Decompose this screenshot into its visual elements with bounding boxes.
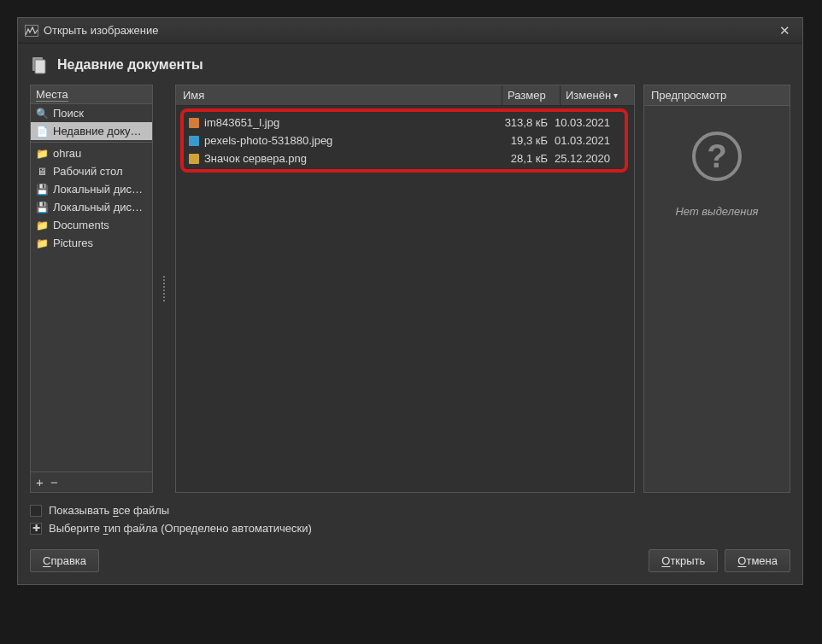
sidebar-item-label: Недавние доку… xyxy=(53,125,142,138)
file-row[interactable]: Значок сервера.png28,1 кБ25.12.2020 xyxy=(184,149,625,167)
svg-rect-4 xyxy=(189,136,199,146)
no-preview-icon: ? xyxy=(692,132,742,181)
dialog-title: Открыть изображение xyxy=(44,24,158,37)
sidebar-item-label: Рабочий стол xyxy=(53,165,123,178)
drive-icon: 💾 xyxy=(36,202,48,214)
sidebar-item-2[interactable]: 📁ohrau xyxy=(31,144,152,162)
close-icon[interactable]: ✕ xyxy=(774,21,796,40)
places-header[interactable]: Места xyxy=(31,85,152,104)
sidebar-item-4[interactable]: 💾Локальный дис… xyxy=(31,180,152,198)
sidebar-item-label: Documents xyxy=(53,219,109,231)
sidebar-item-5[interactable]: 💾Локальный дис… xyxy=(31,198,152,216)
file-row[interactable]: im843651_l.jpg313,8 кБ10.03.2021 xyxy=(184,114,625,132)
sidebar-item-label: Локальный дис… xyxy=(53,183,143,196)
file-name: pexels-photo-531880.jpeg xyxy=(204,134,495,147)
file-name: Значок сервера.png xyxy=(204,152,495,165)
sidebar-item-label: Поиск xyxy=(53,107,84,120)
recent-documents-icon xyxy=(30,56,49,74)
filetype-label[interactable]: Выберите тип файла (Определено автоматич… xyxy=(49,522,312,535)
no-selection-label: Нет выделения xyxy=(675,205,758,218)
cancel-button[interactable]: Отмена xyxy=(725,549,790,572)
file-size: 313,8 кБ xyxy=(495,116,553,129)
sidebar-item-label: Pictures xyxy=(53,237,93,249)
image-file-icon xyxy=(187,117,201,129)
open-button[interactable]: Открыть xyxy=(649,549,718,572)
show-all-files-label[interactable]: Показывать все файлы xyxy=(49,504,169,517)
file-list-panel: Имя Размер Изменён ▾ im843651_l.jpg313,8… xyxy=(175,85,635,493)
remove-place-button[interactable]: − xyxy=(50,475,58,489)
show-all-files-checkbox[interactable] xyxy=(30,505,42,517)
image-file-icon xyxy=(187,153,201,165)
file-name: im843651_l.jpg xyxy=(204,116,495,129)
places-footer: + − xyxy=(31,471,152,492)
preview-header: Предпросмотр xyxy=(644,85,790,106)
file-date: 01.03.2021 xyxy=(553,134,621,147)
filetype-expander[interactable]: ✚ xyxy=(30,523,42,535)
file-size: 28,1 кБ xyxy=(495,152,553,165)
header-title: Недавние документы xyxy=(57,57,203,73)
svg-rect-5 xyxy=(189,154,199,164)
open-image-dialog: Открыть изображение ✕ Недавние документы… xyxy=(17,17,803,585)
sidebar-item-1[interactable]: 📄Недавние доку… xyxy=(31,122,152,140)
app-icon xyxy=(25,25,38,37)
column-name[interactable]: Имя xyxy=(176,85,502,105)
sidebar-item-label: ohrau xyxy=(53,147,81,160)
titlebar[interactable]: Открыть изображение ✕ xyxy=(18,18,802,44)
sidebar-item-label: Локальный дис… xyxy=(53,201,143,214)
svg-rect-2 xyxy=(35,60,45,73)
highlighted-file-rows: im843651_l.jpg313,8 кБ10.03.2021pexels-p… xyxy=(180,108,628,173)
file-date: 25.12.2020 xyxy=(553,152,621,165)
search-icon: 🔍 xyxy=(36,108,48,120)
sort-desc-icon: ▾ xyxy=(614,91,618,100)
preview-panel: Предпросмотр ? Нет выделения xyxy=(643,85,790,493)
drive-icon: 💾 xyxy=(36,184,48,196)
column-modified[interactable]: Изменён ▾ xyxy=(561,85,634,105)
folder-icon: 📁 xyxy=(36,148,48,160)
options-area: Показывать все файлы ✚ Выберите тип файл… xyxy=(30,493,790,537)
pane-resize-gripper[interactable] xyxy=(161,85,167,493)
desktop-icon: 🖥 xyxy=(36,166,48,178)
sidebar-item-6[interactable]: 📁Documents xyxy=(31,216,152,234)
help-button[interactable]: Справка xyxy=(30,549,99,572)
folder-icon: 📁 xyxy=(36,220,48,231)
places-panel: Места 🔍Поиск📄Недавние доку…📁ohrau🖥Рабочи… xyxy=(30,85,153,493)
sidebar-item-3[interactable]: 🖥Рабочий стол xyxy=(31,162,152,180)
column-size[interactable]: Размер xyxy=(502,85,561,105)
add-place-button[interactable]: + xyxy=(36,475,44,489)
svg-rect-3 xyxy=(189,118,199,128)
file-row[interactable]: pexels-photo-531880.jpeg19,3 кБ01.03.202… xyxy=(184,132,625,149)
sidebar-item-0[interactable]: 🔍Поиск xyxy=(31,104,152,122)
file-date: 10.03.2021 xyxy=(553,116,621,129)
image-file-icon xyxy=(187,135,201,147)
folder-icon: 📁 xyxy=(36,237,48,249)
header: Недавние документы xyxy=(30,52,790,85)
recent-icon: 📄 xyxy=(36,126,48,138)
file-size: 19,3 кБ xyxy=(495,134,553,147)
sidebar-item-7[interactable]: 📁Pictures xyxy=(31,234,152,252)
